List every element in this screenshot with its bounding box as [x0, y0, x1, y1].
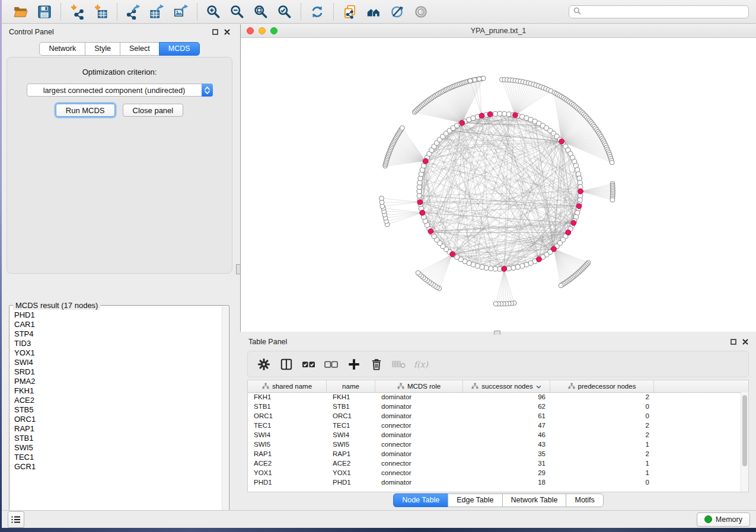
tab-motifs[interactable]: Motifs	[566, 493, 603, 507]
open-session-icon[interactable]	[9, 3, 33, 21]
cell[interactable]: 61	[463, 412, 550, 419]
tab-node-table[interactable]: Node Table	[393, 493, 448, 507]
cell[interactable]: 46	[463, 431, 550, 438]
cell[interactable]: 18	[463, 479, 550, 486]
clone-network-icon[interactable]	[338, 3, 362, 21]
cell[interactable]: 1	[550, 441, 654, 448]
cell[interactable]: PHD1	[248, 479, 327, 486]
cell[interactable]: 2	[550, 431, 654, 438]
mcds-result-item[interactable]: TID3	[14, 339, 222, 348]
select-all-icon[interactable]	[300, 355, 318, 373]
zoom-selected-icon[interactable]	[273, 3, 296, 21]
mcds-result-item[interactable]: STP4	[14, 329, 222, 339]
cell[interactable]: dominator	[375, 450, 463, 457]
cell[interactable]: 35	[463, 450, 550, 457]
import-table-icon[interactable]	[89, 3, 113, 21]
birds-eye-view-icon[interactable]	[409, 3, 433, 21]
cell[interactable]: 31	[463, 460, 550, 467]
mcds-result-item[interactable]: PMA2	[14, 377, 222, 386]
search-input[interactable]	[584, 7, 744, 17]
cell[interactable]: SWI4	[248, 431, 327, 438]
cell[interactable]: 43	[463, 441, 550, 448]
zoom-out-icon[interactable]	[225, 3, 249, 21]
tab-mcds[interactable]: MCDS	[159, 42, 200, 56]
table-row-YOX1[interactable]: YOX1YOX1connector291	[248, 468, 741, 477]
cell[interactable]: TEC1	[248, 422, 327, 429]
cell[interactable]: STB1	[327, 403, 375, 410]
save-session-icon[interactable]	[33, 3, 56, 21]
table-options-icon[interactable]	[255, 355, 273, 373]
cell[interactable]: 1	[550, 469, 654, 476]
zoom-fit-icon[interactable]	[249, 3, 273, 21]
cell[interactable]: SWI5	[327, 441, 375, 448]
mcds-list-scrollbar[interactable]	[222, 306, 228, 520]
table-scrollbar[interactable]	[741, 392, 748, 492]
tab-network[interactable]: Network	[39, 42, 85, 56]
cell[interactable]: TEC1	[327, 422, 375, 429]
table-row-FKH1[interactable]: FKH1FKH1dominator962	[248, 392, 741, 402]
cell[interactable]: 47	[463, 422, 550, 429]
table-row-ORC1[interactable]: ORC1ORC1dominator610	[248, 411, 741, 421]
column-header-shared-name[interactable]: shared name	[248, 380, 327, 392]
cell[interactable]: FKH1	[248, 393, 327, 400]
import-network-icon[interactable]	[65, 3, 89, 21]
mcds-result-item[interactable]: STB1	[14, 434, 222, 443]
mcds-result-item[interactable]: YOX1	[14, 348, 222, 358]
tab-select[interactable]: Select	[120, 42, 160, 56]
network-graph[interactable]	[241, 38, 756, 332]
zoom-in-icon[interactable]	[202, 3, 225, 21]
refresh-icon[interactable]	[305, 3, 329, 21]
network-view[interactable]	[241, 38, 756, 332]
mcds-result-item[interactable]: SWI4	[14, 358, 222, 367]
mcds-result-item[interactable]: CAR1	[14, 320, 222, 329]
cell[interactable]: ORC1	[327, 412, 375, 419]
cell[interactable]: connector	[375, 422, 463, 429]
close-panel-button[interactable]: Close panel	[123, 104, 184, 117]
cell[interactable]: SWI5	[248, 441, 327, 448]
run-mcds-button[interactable]: Run MCDS	[56, 104, 115, 117]
minimize-window-icon[interactable]	[259, 27, 266, 34]
cell[interactable]: connector	[375, 460, 463, 467]
mcds-result-list[interactable]: PHD1CAR1STP4TID3YOX1SWI4SRD1PMA2FKH1ACE2…	[11, 310, 222, 519]
mcds-result-item[interactable]: SWI5	[14, 443, 222, 453]
cell[interactable]: RAP1	[327, 450, 375, 457]
mcds-result-item[interactable]: PHD1	[14, 310, 222, 320]
cell[interactable]: connector	[375, 469, 463, 476]
cell[interactable]: dominator	[375, 403, 463, 410]
mcds-result-item[interactable]: ORC1	[14, 415, 222, 424]
cell[interactable]: 0	[550, 412, 654, 419]
network-navigator-icon[interactable]	[362, 3, 385, 21]
mcds-result-item[interactable]: TEC1	[14, 453, 222, 462]
tab-style[interactable]: Style	[85, 42, 120, 56]
column-header-successor-nodes[interactable]: successor nodes	[463, 380, 550, 392]
column-header-MCDS-role[interactable]: MCDS role	[375, 380, 463, 392]
tab-network-table[interactable]: Network Table	[502, 493, 567, 507]
mcds-result-item[interactable]: STB5	[14, 405, 222, 415]
cell[interactable]: 62	[463, 403, 550, 410]
scrollbar-thumb[interactable]	[742, 395, 747, 466]
add-entry-icon[interactable]	[345, 355, 363, 373]
cell[interactable]: SWI4	[327, 431, 375, 438]
cell[interactable]: ORC1	[248, 412, 327, 419]
cell[interactable]: RAP1	[248, 450, 327, 457]
close-panel-icon[interactable]	[742, 339, 748, 345]
show-columns-icon[interactable]	[277, 355, 295, 373]
cell[interactable]: 0	[550, 479, 654, 486]
maximize-window-icon[interactable]	[270, 27, 277, 34]
column-header-predecessor-nodes[interactable]: predecessor nodes	[550, 380, 654, 392]
cell[interactable]: 29	[463, 469, 550, 476]
cell[interactable]: connector	[375, 441, 463, 448]
mcds-result-item[interactable]: RAP1	[14, 424, 222, 434]
table-row-PHD1[interactable]: PHD1PHD1dominator180	[248, 477, 741, 487]
mcds-result-item[interactable]: FKH1	[14, 386, 222, 396]
cell[interactable]: dominator	[375, 431, 463, 438]
export-network-icon[interactable]	[122, 3, 145, 21]
table-row-ACE2[interactable]: ACE2ACE2connector311	[248, 459, 741, 468]
toggle-graphics-details-icon[interactable]	[385, 3, 409, 21]
mcds-result-item[interactable]: ACE2	[14, 396, 222, 405]
close-panel-icon[interactable]	[224, 29, 230, 36]
deselect-all-icon[interactable]	[323, 355, 340, 373]
cell[interactable]: YOX1	[327, 469, 375, 476]
cell[interactable]: dominator	[375, 393, 463, 400]
search-box[interactable]	[569, 5, 749, 18]
